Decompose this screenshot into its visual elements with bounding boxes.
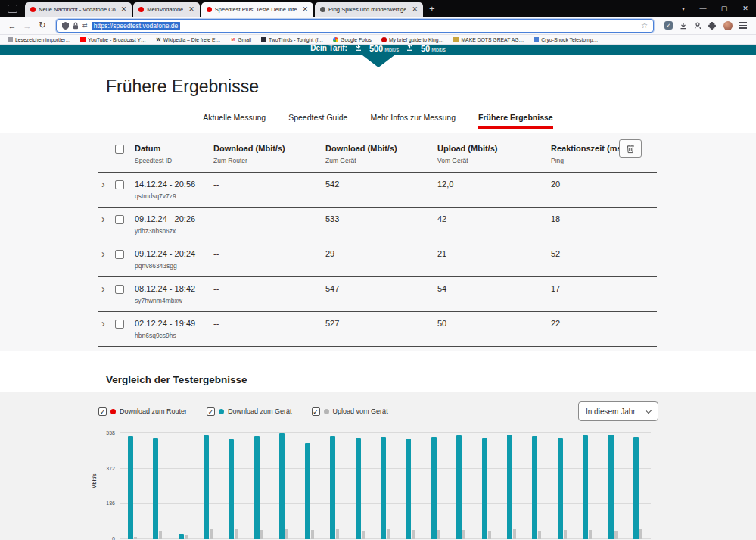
row-speedtest-id: hbn6sq9cs9hs xyxy=(135,332,213,339)
upload-device-bar xyxy=(336,529,339,539)
firefox-view-icon[interactable] xyxy=(8,5,17,13)
delete-button[interactable] xyxy=(619,139,642,158)
tab-favicon-icon xyxy=(320,7,325,12)
y-axis-tick-label: 372 xyxy=(97,466,115,471)
browser-tab[interactable]: MeinVodafone✕ xyxy=(133,2,200,17)
page-tab-1[interactable]: Aktuelle Messung xyxy=(203,113,266,129)
legend-label: Download zum Gerät xyxy=(228,407,292,415)
permissions-icon[interactable]: ⇄ xyxy=(82,22,88,29)
column-header: Download (Mbit/s)Zum Gerät xyxy=(325,144,437,164)
row-checkbox[interactable] xyxy=(115,215,124,224)
close-button[interactable]: ✕ xyxy=(735,0,756,17)
row-expand-chevron[interactable]: › xyxy=(98,179,115,189)
legend-checkbox[interactable]: ✓ xyxy=(312,407,320,416)
tab-close-icon[interactable]: ✕ xyxy=(412,6,418,13)
bookmark-item[interactable]: YouTube - Broadcast Y… xyxy=(80,37,145,42)
row-expand-chevron[interactable]: › xyxy=(98,319,115,329)
chart-bar-group: 03.11.24 xyxy=(575,433,600,539)
row-checkbox[interactable] xyxy=(115,250,124,259)
page-tab-4[interactable]: Frühere Ergebnisse xyxy=(478,113,553,129)
bookmark-star-icon[interactable]: ☆ xyxy=(641,21,648,30)
chart-bar-group: 09.12.24 xyxy=(170,433,195,539)
row-expand-chevron[interactable]: › xyxy=(98,214,115,224)
list-all-tabs-button[interactable]: ▾ xyxy=(682,5,685,12)
tab-close-icon[interactable]: ✕ xyxy=(188,6,194,13)
back-button[interactable]: ← xyxy=(5,21,20,30)
table-row: ›09.12.24 - 20:26ydhz3nhsn6zx--5334218 xyxy=(98,208,657,242)
page-tab-2[interactable]: Speedtest Guide xyxy=(288,113,347,129)
legend-checkbox[interactable]: ✓ xyxy=(98,407,107,416)
legend-label: Upload vom Gerät xyxy=(333,407,388,415)
legend-color-dot xyxy=(110,409,116,414)
bookmark-item[interactable]: WWikipedia – Die freie E… xyxy=(156,37,221,42)
profile-avatar[interactable] xyxy=(723,21,733,30)
upload-device-bar xyxy=(614,531,618,539)
tariff-upload-unit: Mbit/s xyxy=(431,47,446,52)
download-device-bar xyxy=(633,437,639,539)
page-tab-nav: Aktuelle MessungSpeedtest GuideMehr Info… xyxy=(0,113,756,129)
tab-close-icon[interactable]: ✕ xyxy=(302,6,308,13)
tab-title: Neue Nachricht - Vodafone Co xyxy=(39,6,116,13)
cell-upload: 50 xyxy=(437,319,551,328)
tab-favicon-icon xyxy=(30,7,36,12)
legend-item: ✓Download zum Gerät xyxy=(207,407,292,416)
browser-tab[interactable]: Speedtest Plus: Teste Deine Inte✕ xyxy=(201,2,313,17)
row-checkbox[interactable] xyxy=(115,285,124,294)
download-speed-icon xyxy=(354,45,362,55)
tab-close-icon[interactable]: ✕ xyxy=(121,6,127,13)
forward-button[interactable]: → xyxy=(20,21,35,30)
bookmark-item[interactable]: Google Fotos xyxy=(333,37,372,42)
cell-download-device: 542 xyxy=(325,179,437,189)
bookmark-label: Lesezeichen importier… xyxy=(15,37,70,42)
table-row: ›09.12.24 - 20:24pqnv86343sgg--292152 xyxy=(98,242,657,277)
row-expand-chevron[interactable]: › xyxy=(98,249,115,259)
address-bar[interactable]: ⇄ https://speedtest.vodafone.de ☆ xyxy=(56,19,654,33)
row-date: 09.12.24 - 20:26 xyxy=(135,214,213,223)
browser-tab[interactable]: Ping Spikes und minderwertige✕ xyxy=(315,2,423,17)
bookmark-item[interactable]: MGmail xyxy=(230,37,251,42)
download-device-bar xyxy=(558,438,563,539)
bookmark-item[interactable]: My brief guide to King… xyxy=(381,37,444,42)
tracking-shield-icon[interactable] xyxy=(62,22,69,30)
column-header: Upload (Mbit/s)Vom Gerät xyxy=(437,144,551,164)
maximize-button[interactable]: ▢ xyxy=(714,0,735,17)
select-all-checkbox[interactable] xyxy=(115,145,124,154)
new-tab-button[interactable]: + xyxy=(429,4,435,14)
bookmark-item[interactable]: MAKE DOTS GREAT AG… xyxy=(453,37,524,42)
period-select[interactable]: In diesem Jahr xyxy=(578,401,658,421)
row-date-cell: 14.12.24 - 20:56qstmdsq7v7z9 xyxy=(135,179,213,200)
url-text[interactable]: https://speedtest.vodafone.de xyxy=(92,22,637,30)
row-expand-chevron[interactable]: › xyxy=(98,284,115,294)
row-date: 14.12.24 - 20:56 xyxy=(135,179,213,189)
bookmark-item[interactable]: Lesezeichen importier… xyxy=(8,37,70,42)
bar-pair xyxy=(153,438,162,539)
account-button[interactable] xyxy=(694,19,702,33)
column-subtitle: Ping xyxy=(551,157,657,164)
legend-item: ✓Upload vom Gerät xyxy=(312,407,388,416)
legend-checkbox[interactable]: ✓ xyxy=(207,407,215,416)
row-checkbox[interactable] xyxy=(115,180,124,189)
minimize-button[interactable]: — xyxy=(692,0,714,17)
chart-bar-group: 03.11.24 xyxy=(524,433,549,539)
upload-device-bar xyxy=(285,529,288,539)
bookmark-item[interactable]: TwoThirds - Tonight (f… xyxy=(261,37,323,42)
bar-pair xyxy=(179,534,188,539)
tariff-upload-value: 50 xyxy=(421,45,430,53)
page-tab-3[interactable]: Mehr Infos zur Messung xyxy=(370,113,456,129)
upload-device-bar xyxy=(260,530,263,539)
bookmark-item[interactable]: Cryo-Shock Telestomp… xyxy=(534,37,598,42)
browser-tab[interactable]: Neue Nachricht - Vodafone Co✕ xyxy=(25,2,132,17)
reload-button[interactable]: ↻ xyxy=(35,20,50,30)
lock-icon[interactable] xyxy=(73,22,79,30)
row-checkbox[interactable] xyxy=(115,320,124,329)
cell-upload: 42 xyxy=(437,214,551,223)
bookmark-favicon-icon: M xyxy=(230,37,235,42)
chart-bar-group: 04.11.24 xyxy=(474,433,499,539)
downloads-button[interactable] xyxy=(680,19,687,33)
shield-check-extension-icon[interactable]: ✓ xyxy=(664,21,673,30)
extensions-puzzle-icon[interactable] xyxy=(708,19,717,33)
menu-button[interactable] xyxy=(739,22,747,28)
bar-pair xyxy=(279,433,288,539)
tab-title: Speedtest Plus: Teste Deine Inte xyxy=(215,6,297,13)
row-speedtest-id: ydhz3nhsn6zx xyxy=(135,227,213,235)
